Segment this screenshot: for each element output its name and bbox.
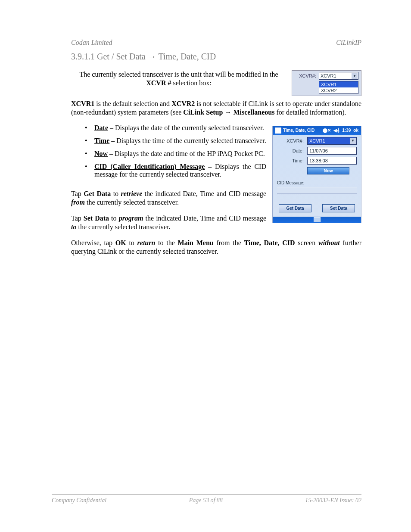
ok-paragraph: Otherwise, tap OK to return to the Main …	[71, 239, 361, 256]
return-term: return	[137, 239, 156, 246]
bullet-term-cid: CID (Caller Identification) Message	[94, 163, 205, 170]
t: to the	[155, 239, 177, 246]
bullet-term-now: Now	[94, 150, 108, 157]
t: to	[126, 239, 137, 246]
to-term: to	[71, 223, 76, 230]
xcvr-dropdown-value: XCVR1	[321, 73, 336, 78]
t: the currently selected transceiver.	[76, 223, 170, 230]
footer-confidential: Company Confidential	[52, 497, 106, 504]
t: Tap	[71, 215, 84, 222]
page-footer: Company Confidential Page 53 of 88 15-20…	[52, 494, 361, 504]
bullet-desc: – Displays the date of the currently sel…	[108, 124, 264, 131]
p2-g: for detailed information).	[274, 109, 346, 116]
bullet-term-time: Time	[94, 137, 109, 144]
from-term: from	[71, 199, 85, 206]
pda-bottombar	[273, 217, 361, 223]
without-term: without	[318, 239, 340, 246]
set-data-term: Set Data	[84, 215, 109, 222]
t: to	[109, 215, 119, 222]
t: the indicated Date, Time and CID message	[143, 215, 266, 222]
xcvr-option-1[interactable]: XCVR1	[319, 81, 358, 87]
list-item: Time – Displays the time of the currentl…	[71, 137, 361, 150]
chevron-down-icon[interactable]: ▼	[352, 73, 358, 79]
intro-text-a: The currently selected transceiver is th…	[79, 71, 278, 78]
program-term: program	[119, 215, 143, 222]
list-item: Now – Displays the date and time of the …	[71, 150, 361, 163]
ok-term: OK	[115, 239, 126, 246]
pda-cid-input[interactable]	[277, 187, 357, 194]
t: Otherwise, tap	[71, 239, 115, 246]
t: from the	[214, 239, 244, 246]
bullet-desc: – Displays the date and time of the HP i…	[108, 150, 265, 157]
t: the indicated Date, Time and CID message	[142, 190, 266, 197]
section-title: 3.9.1.1 Get / Set Data → Time, Date, CID	[71, 52, 361, 62]
t: to	[111, 190, 121, 197]
keyboard-icon[interactable]	[314, 217, 321, 222]
section-number: 3.9.1.1 Get / Set Data	[71, 52, 148, 61]
intro-bold: XCVR #	[146, 79, 171, 87]
product-name: CiLinkIP	[336, 39, 361, 47]
list-item: Date – Displays the date of the currentl…	[71, 124, 361, 137]
get-data-term: Get Data	[84, 190, 111, 197]
bullet-term-date: Date	[94, 124, 108, 131]
pda-get-data-button[interactable]: Get Data	[279, 204, 311, 212]
section-name: Time, Date, CID	[156, 52, 216, 61]
t: the currently selected transceiver.	[85, 199, 179, 206]
default-selection-paragraph: XCVR1 is the default selection and XCVR2…	[71, 100, 361, 117]
arrow-icon: →	[148, 52, 156, 61]
bullet-desc: – Displays the time of the currently sel…	[109, 137, 266, 144]
p2-cilink: CiLink Setup	[183, 109, 224, 116]
footer-page: Page 53 of 88	[189, 497, 223, 504]
intro-text-c: selection box:	[173, 79, 211, 87]
footer-doc: 15-20032-EN Issue: 02	[305, 497, 361, 504]
page-header: Codan Limited CiLinkIP	[71, 39, 361, 47]
mainmenu-term: Main Menu	[178, 239, 214, 246]
t: screen	[295, 239, 318, 246]
p2-b: is the default selection and	[94, 100, 171, 107]
retrieve-term: retrieve	[121, 190, 142, 197]
field-descriptions-list: Date – Displays the date of the currentl…	[71, 124, 361, 184]
t: Tap	[71, 190, 84, 197]
pda-set-data-button[interactable]: Set Data	[322, 204, 355, 212]
xcvr-selector-illustration: XCVR#: XCVR1 ▼ XCVR1 XCVR2	[292, 70, 361, 96]
tdc-term: Time, Date, CID	[244, 239, 295, 246]
xcvr-label: XCVR#:	[295, 73, 319, 78]
list-item: CID (Caller Identification) Message – Di…	[71, 163, 361, 184]
p2-xcvr2: XCVR2	[171, 100, 195, 107]
company-name: Codan Limited	[71, 39, 112, 47]
xcvr-dropdown-options: XCVR1 XCVR2	[319, 81, 358, 94]
p2-misc: Miscellaneous	[231, 109, 274, 116]
p2-xcvr1: XCVR1	[71, 100, 94, 107]
xcvr-option-2[interactable]: XCVR2	[319, 87, 358, 93]
xcvr-dropdown[interactable]: XCVR1 ▼	[319, 72, 358, 80]
arrow-icon: →	[224, 109, 231, 116]
